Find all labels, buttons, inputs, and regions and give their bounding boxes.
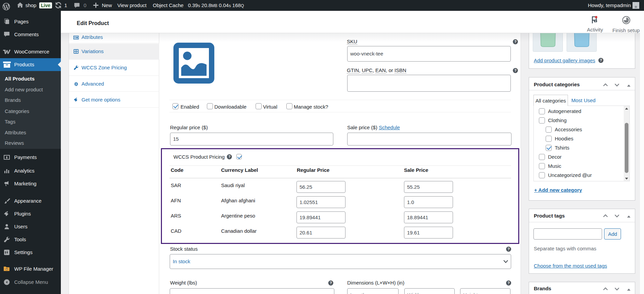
- svg-text:W: W: [6, 268, 8, 271]
